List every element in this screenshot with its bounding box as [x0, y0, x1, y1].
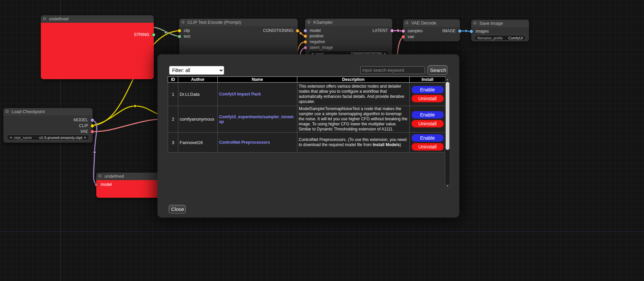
slot-label: STRING [134, 32, 149, 37]
slot-dot-images[interactable] [469, 30, 473, 33]
slot-dot-vae[interactable] [90, 130, 94, 134]
output-slot-conditioning[interactable]: CONDITIONING [263, 28, 299, 33]
slot-dot-clip[interactable] [90, 124, 94, 128]
slot-dot-latent[interactable] [390, 29, 394, 33]
node-title-bar[interactable]: Save Image [471, 20, 529, 27]
wire-vae-out[interactable] [90, 119, 163, 131]
table-scrollbar[interactable]: ▲ ▼ [445, 77, 450, 189]
description-text: ) [400, 142, 401, 147]
node-title-bar[interactable]: CLIP Text Encode (Prompt) [179, 19, 298, 26]
slot-label: positive [310, 34, 324, 38]
slot-dot-latent-image[interactable] [303, 46, 307, 50]
slot-dot-clip[interactable] [178, 29, 181, 33]
input-slot-latent-image[interactable]: latent_image [303, 45, 333, 50]
input-slot-clip[interactable]: clip [178, 28, 190, 33]
row-author: Fannovel16 [178, 133, 218, 153]
node-load-checkpoint[interactable]: Load Checkpoint MODEL CLIP VAE ckpt_name… [3, 108, 93, 143]
row-description: ControlNet Preprocessors. (To use this e… [297, 133, 410, 153]
node-title: KSampler [313, 20, 333, 25]
slot-dot-model[interactable] [90, 118, 94, 122]
output-slot-latent[interactable]: LATENT [373, 28, 394, 33]
node-title: VAE Decode [411, 20, 436, 25]
input-slot-samples[interactable]: samples [401, 29, 423, 33]
node-title: undefined [104, 174, 124, 179]
filename-prefix-widget[interactable]: filename_prefix ComfyUI [475, 35, 526, 41]
output-slot-image[interactable]: IMAGE [442, 29, 462, 33]
filter-select[interactable]: Filter: all [169, 66, 224, 75]
search-button[interactable]: Search [428, 65, 447, 75]
extension-link[interactable]: ControlNet Preprocessors [219, 140, 270, 145]
enable-button[interactable]: Enable [412, 111, 444, 119]
row-id: 2 [168, 106, 178, 133]
uninstall-button[interactable]: Uninstall [412, 95, 444, 102]
node-save-image[interactable]: Save Image images filename_prefix ComfyU… [471, 20, 529, 41]
slot-dot-string[interactable] [152, 33, 155, 37]
slot-dot-conditioning[interactable] [296, 29, 299, 33]
slot-dot-negative[interactable] [303, 40, 307, 44]
uninstall-button[interactable]: Uninstall [412, 143, 444, 151]
slot-label: CLIP [79, 123, 88, 128]
slot-dot-model[interactable] [303, 29, 307, 33]
input-slot-model[interactable]: model [303, 28, 321, 33]
extension-link[interactable]: ComfyUI Impact Pack [219, 92, 261, 96]
input-slot-positive[interactable]: positive [303, 34, 324, 38]
node-title-bar[interactable]: Load Checkpoint [3, 108, 93, 116]
table-row: 1 Dr.Lt.Data ComfyUI Impact Pack This ex… [168, 83, 446, 106]
ckpt-name-widget[interactable]: ckpt_name v1-5-pruned-emaonly.ckpt [7, 135, 89, 140]
extension-link[interactable]: ComfyUI_experiments/sampler_tonemap [219, 115, 294, 124]
input-slot-negative[interactable]: negative [303, 39, 325, 44]
row-install: Enable Uninstall [410, 83, 446, 106]
node-ksampler[interactable]: KSampler model positive negative latent_… [305, 19, 392, 58]
collapse-dot-icon[interactable] [43, 17, 46, 20]
collapse-dot-icon[interactable] [406, 21, 408, 24]
node-body: model positive negative latent_image LAT… [305, 26, 392, 58]
output-slot-clip[interactable]: CLIP [79, 123, 94, 128]
input-slot-text[interactable]: text [178, 34, 190, 39]
collapse-dot-icon[interactable] [99, 175, 101, 177]
previous-arrow-icon[interactable] [10, 136, 12, 139]
input-slot-vae[interactable]: vae [401, 34, 414, 39]
collapse-dot-icon[interactable] [308, 21, 310, 23]
row-id: 1 [168, 83, 178, 106]
node-title-bar[interactable]: KSampler [305, 19, 392, 26]
node-vae-decode[interactable]: VAE Decode samples vae IMAGE [403, 19, 460, 41]
scroll-up-icon[interactable]: ▲ [445, 77, 450, 82]
input-slot-images[interactable]: images [469, 29, 489, 34]
output-slot-model[interactable]: MODEL [73, 118, 94, 122]
slot-dot-text[interactable] [178, 35, 181, 38]
uninstall-button[interactable]: Uninstall [412, 120, 444, 127]
comfyui-canvas[interactable]: undefined STRING CLIP Text Encode (Promp… [0, 0, 644, 281]
close-button[interactable]: Close [169, 205, 186, 213]
next-arrow-icon[interactable] [84, 136, 86, 139]
scroll-down-icon[interactable]: ▼ [445, 184, 450, 188]
node-undefined-top[interactable]: undefined STRING [41, 15, 154, 79]
slot-label: model [310, 28, 321, 33]
scrollbar-thumb[interactable] [446, 82, 449, 150]
link-midpoint-dot [397, 29, 399, 32]
slot-label: VAE [80, 129, 88, 134]
extension-manager-dialog: Filter: all Search ID Author Name Descri… [158, 54, 459, 217]
node-title: Save Image [479, 21, 503, 26]
output-slot-vae[interactable]: VAE [80, 129, 94, 134]
node-title: undefined [49, 16, 68, 21]
search-input[interactable] [360, 66, 425, 74]
extension-table: ID Author Name Description Install 1 Dr.… [168, 76, 446, 153]
collapse-dot-icon[interactable] [6, 110, 9, 113]
slot-dot-positive[interactable] [303, 34, 307, 38]
node-clip-text-encode[interactable]: CLIP Text Encode (Prompt) clip text COND… [179, 19, 298, 56]
slot-dot-image[interactable] [458, 29, 462, 33]
node-title-bar[interactable]: VAE Decode [403, 19, 460, 27]
output-slot-string[interactable]: STRING [134, 32, 155, 37]
node-body: STRING [41, 23, 154, 79]
enable-button[interactable]: Enable [412, 86, 444, 93]
slot-dot-samples[interactable] [401, 29, 405, 33]
node-title-bar[interactable]: undefined [41, 15, 154, 23]
header-id: ID [168, 77, 178, 83]
slot-dot-vae[interactable] [401, 35, 405, 39]
enable-button[interactable]: Enable [412, 134, 444, 142]
collapse-dot-icon[interactable] [182, 21, 184, 23]
input-slot-model[interactable]: model [95, 182, 112, 187]
slot-dot-model[interactable] [95, 183, 98, 187]
slot-label: MODEL [73, 118, 88, 122]
collapse-dot-icon[interactable] [474, 22, 476, 24]
